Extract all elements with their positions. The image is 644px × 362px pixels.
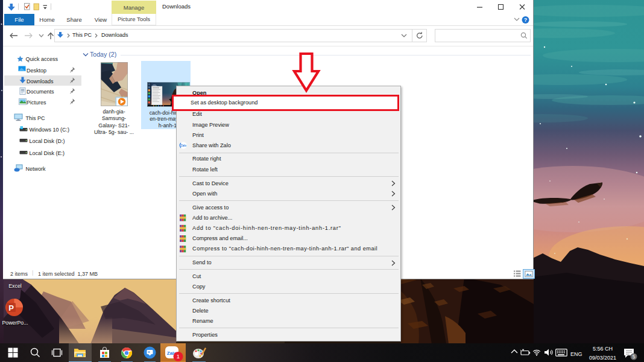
svg-text:P: P: [8, 303, 14, 313]
svg-text:5: 5: [633, 354, 636, 360]
svg-text:?: ?: [524, 17, 528, 23]
svg-text:Zalo: Zalo: [181, 144, 187, 147]
svg-text:1: 1: [177, 353, 180, 360]
